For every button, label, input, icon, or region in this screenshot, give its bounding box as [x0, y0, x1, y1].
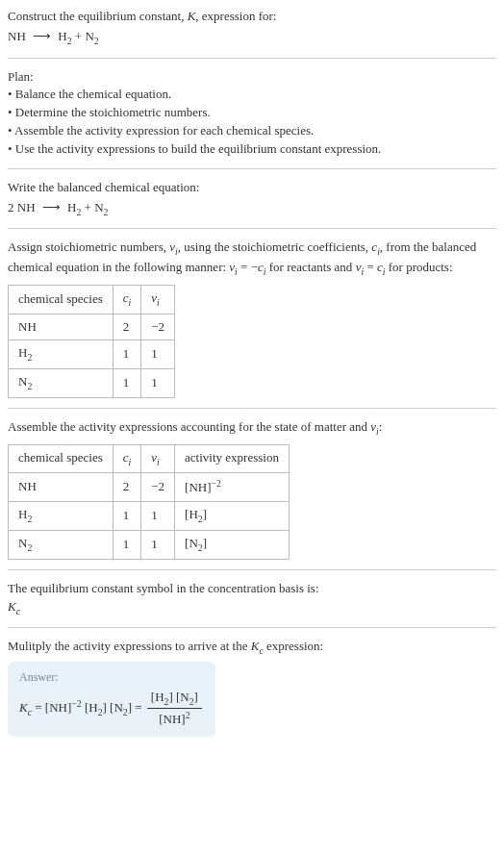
symbol-title: The equilibrium constant symbol in the c… — [8, 580, 496, 598]
numerator: [H2] [N2] — [147, 689, 202, 710]
cell-expr: [N2] — [175, 531, 290, 560]
cell-vi: −2 — [141, 314, 175, 340]
plan-section: Plan: • Balance the chemical equation. •… — [8, 68, 496, 159]
title-line1: Construct the equilibrium constant, K, e… — [8, 8, 496, 26]
col-species: chemical species — [9, 444, 113, 473]
cell-ci: 1 — [113, 531, 141, 560]
table-header-row: chemical species ci νi — [9, 285, 175, 314]
symbol-value: Kc — [8, 598, 496, 618]
stoich-section: Assign stoichiometric numbers, νi, using… — [8, 239, 496, 397]
activity-table: chemical species ci νi activity expressi… — [8, 444, 290, 560]
cell-ci: 2 — [113, 314, 141, 340]
multiply-title: Mulitply the activity expressions to arr… — [8, 638, 496, 658]
col-ci: ci — [113, 444, 141, 473]
cell-vi: 1 — [141, 340, 175, 369]
divider — [8, 627, 496, 628]
divider — [8, 408, 496, 409]
symbol-section: The equilibrium constant symbol in the c… — [8, 580, 496, 618]
cell-species: H2 — [9, 502, 113, 531]
answer-label: Answer: — [19, 669, 204, 686]
table-row: H2 1 1 [H2] — [9, 502, 290, 531]
text: Mulitply the activity expressions to arr… — [8, 639, 251, 653]
cell-species: NH — [9, 473, 113, 502]
table-row: NH 2 −2 [NH]−2 — [9, 473, 290, 502]
col-ci: ci — [113, 285, 141, 314]
header-section: Construct the equilibrium constant, K, e… — [8, 8, 496, 48]
cell-vi: −2 — [141, 473, 175, 502]
cell-ci: 1 — [113, 340, 141, 369]
table-row: N2 1 1 [N2] — [9, 531, 290, 560]
divider — [8, 58, 496, 59]
text: Assign stoichiometric numbers, — [8, 239, 169, 254]
plan-title: Plan: — [8, 68, 496, 87]
cell-vi: 1 — [141, 531, 175, 560]
table-row: NH 2 −2 — [9, 314, 175, 340]
table-row: N2 1 1 — [9, 369, 175, 398]
denominator: [NH]2 — [147, 709, 202, 729]
stoich-intro: Assign stoichiometric numbers, νi, using… — [8, 239, 496, 278]
cell-ci: 1 — [113, 369, 141, 398]
col-vi: νi — [141, 444, 175, 473]
arrow-icon: ⟶ — [42, 199, 61, 217]
cell-ci: 1 — [113, 502, 141, 531]
text: for products: — [385, 260, 452, 274]
stoich-table: chemical species ci νi NH 2 −2 H2 1 1 N2… — [8, 285, 175, 398]
col-activity: activity expression — [175, 444, 290, 473]
balanced-equation: 2 NH ⟶ H2 + N2 — [8, 199, 496, 219]
divider — [8, 569, 496, 570]
cell-species: H2 — [9, 340, 113, 369]
fraction: [H2] [N2] [NH]2 — [147, 689, 202, 730]
col-species: chemical species — [9, 285, 113, 314]
arrow-icon: ⟶ — [33, 28, 51, 46]
cell-species: NH — [9, 314, 113, 340]
balanced-section: Write the balanced chemical equation: 2 … — [8, 179, 496, 219]
answer-box: Answer: Kc = [NH]−2 [H2] [N2] = [H2] [N2… — [8, 662, 215, 737]
plan-item: • Assemble the activity expression for e… — [8, 122, 496, 140]
cell-ci: 2 — [113, 473, 141, 502]
col-vi: νi — [141, 285, 175, 314]
cell-species: N2 — [9, 531, 113, 560]
text: expression: — [264, 639, 323, 653]
cell-species: N2 — [9, 369, 113, 398]
divider — [8, 168, 496, 169]
plan-item: • Use the activity expressions to build … — [8, 140, 496, 159]
table-row: H2 1 1 — [9, 340, 175, 369]
multiply-section: Mulitply the activity expressions to arr… — [8, 638, 496, 737]
activity-section: Assemble the activity expressions accoun… — [8, 418, 496, 560]
answer-expression: Kc = [NH]−2 [H2] [N2] = [H2] [N2] [NH]2 — [19, 689, 204, 730]
divider — [8, 228, 496, 229]
plan-item: • Determine the stoichiometric numbers. — [8, 104, 496, 122]
text: : — [379, 419, 383, 434]
unbalanced-equation: NH ⟶ H2 + N2 — [8, 28, 496, 48]
text: for reactants and — [266, 260, 356, 274]
cell-expr: [NH]−2 — [175, 473, 290, 502]
plan-item: • Balance the chemical equation. — [8, 86, 496, 104]
cell-vi: 1 — [141, 369, 175, 398]
balanced-title: Write the balanced chemical equation: — [8, 179, 496, 197]
activity-intro: Assemble the activity expressions accoun… — [8, 418, 496, 439]
text: Assemble the activity expressions accoun… — [8, 419, 370, 434]
text: , using the stoichiometric coefficients, — [178, 239, 372, 254]
table-header-row: chemical species ci νi activity expressi… — [9, 444, 290, 473]
cell-expr: [H2] — [175, 502, 290, 531]
cell-vi: 1 — [141, 502, 175, 531]
